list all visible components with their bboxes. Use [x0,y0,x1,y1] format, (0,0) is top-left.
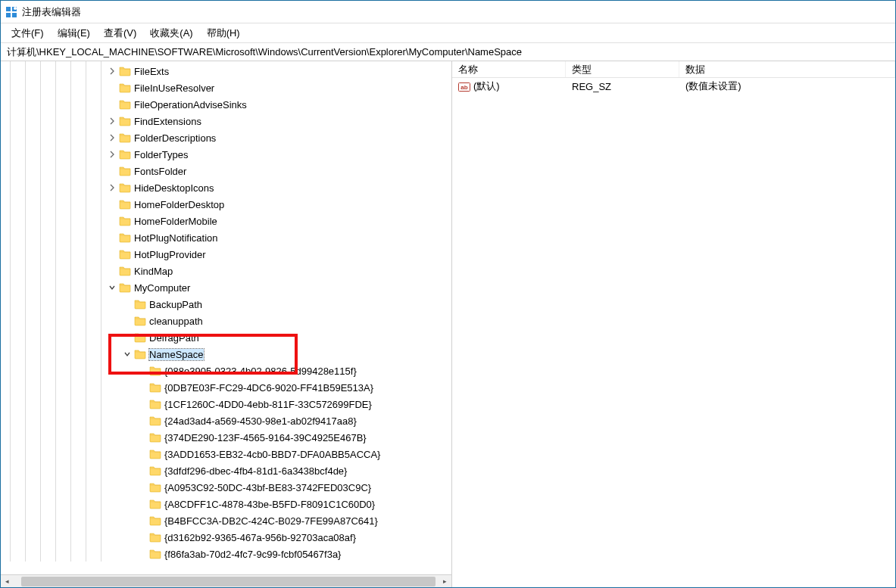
folder-icon [134,348,146,360]
tree-item-label: MyComputer [134,282,190,294]
menu-edit[interactable]: 编辑(E) [52,25,96,42]
tree-item[interactable]: DefragPath [1,329,451,346]
tree-item[interactable]: HotPlugProvider [1,246,451,263]
tree-item-label: HotPlugNotification [134,232,218,244]
tree-item[interactable]: {A8CDFF1C-4878-43be-B5FD-F8091C1C60D0} [1,496,451,512]
chevron-down-icon[interactable] [107,282,117,293]
titlebar: 注册表编辑器 [1,1,895,23]
tree-item[interactable]: {374DE290-123F-4565-9164-39C4925E467B} [1,429,451,446]
tree-item-label: {0DB7E03F-FC29-4DC6-9020-FF41B59E513A} [164,382,373,394]
value-data: (数值未设置) [679,79,895,93]
registry-tree[interactable]: FileExtsFileInUseResolverFileOperationAd… [1,61,451,564]
tree-scroll[interactable]: FileExtsFileInUseResolverFileOperationAd… [1,61,451,574]
tree-item[interactable]: FileOperationAdviseSinks [1,96,451,113]
folder-icon [119,98,131,110]
folder-icon [149,481,161,493]
tree-item[interactable]: HotPlugNotification [1,229,451,246]
tree-item-label: {A8CDFF1C-4878-43be-B5FD-F8091C1C60D0} [164,499,375,510]
tree-item[interactable]: FolderTypes [1,146,451,163]
folder-icon [119,215,131,227]
folder-icon [119,115,131,127]
tree-item[interactable]: BackupPath [1,296,451,313]
col-header-name[interactable]: 名称 [452,61,566,77]
h-scrollbar[interactable]: ◂ ▸ [1,574,451,587]
tree-item[interactable]: {f86fa3ab-70d2-4fc7-9c99-fcbf05467f3a} [1,546,451,562]
svg-rect-0 [6,7,11,11]
tree-item[interactable]: {1CF1260C-4DD0-4ebb-811F-33C572699FDE} [1,396,451,412]
tree-item[interactable]: {A0953C92-50DC-43bf-BE83-3742FED03C9C} [1,479,451,496]
folder-icon [149,531,161,543]
tree-item[interactable]: {d3162b92-9365-467a-956b-92703aca08af} [1,529,451,546]
tree-item-label: FileOperationAdviseSinks [134,99,247,110]
tree-item[interactable]: {B4BFCC3A-DB2C-424C-B029-7FE99A87C641} [1,512,451,529]
menu-view[interactable]: 查看(V) [98,25,142,42]
tree-item-label: FindExtensions [134,116,201,127]
app-icon [5,6,17,18]
col-header-type[interactable]: 类型 [566,61,679,77]
folder-icon [119,65,131,77]
tree-item[interactable]: FindExtensions [1,113,451,129]
tree-item[interactable]: HomeFolderDesktop [1,196,451,213]
folder-icon [149,515,161,527]
tree-pane: FileExtsFileInUseResolverFileOperationAd… [1,61,452,587]
tree-item[interactable]: FolderDescriptions [1,129,451,146]
chevron-right-icon[interactable] [107,182,117,193]
window-title: 注册表编辑器 [22,5,81,19]
scroll-track[interactable] [14,575,439,588]
list-header: 名称 类型 数据 [452,61,895,78]
chevron-down-icon[interactable] [122,349,133,359]
tree-item[interactable]: HomeFolderMobile [1,213,451,229]
tree-item[interactable]: cleanuppath [1,313,451,329]
folder-icon [119,282,131,294]
chevron-right-icon[interactable] [107,116,117,126]
scroll-left-button[interactable]: ◂ [1,575,14,588]
tree-item-label: FileInUseResolver [134,82,214,94]
chevron-right-icon[interactable] [107,132,117,143]
tree-item-label: {3dfdf296-dbec-4fb4-81d1-6a3438bcf4de} [164,465,347,477]
chevron-right-icon[interactable] [107,149,117,160]
tree-item[interactable]: {3dfdf296-dbec-4fb4-81d1-6a3438bcf4de} [1,462,451,479]
value-type: REG_SZ [566,81,679,92]
tree-item[interactable]: {0DB7E03F-FC29-4DC6-9020-FF41B59E513A} [1,379,451,396]
folder-icon [119,182,131,194]
values-pane: 名称 类型 数据 ab(默认)REG_SZ(数值未设置) [452,61,895,587]
folder-icon [149,465,161,477]
menu-help[interactable]: 帮助(H) [201,25,246,42]
scroll-right-button[interactable]: ▸ [439,575,451,588]
tree-item[interactable]: HideDesktopIcons [1,179,451,196]
menubar: 文件(F) 编辑(E) 查看(V) 收藏夹(A) 帮助(H) [1,23,895,43]
main-split: FileExtsFileInUseResolverFileOperationAd… [1,61,895,587]
tree-item-label: HomeFolderMobile [134,216,217,227]
tree-item-label: HideDesktopIcons [134,182,214,194]
menu-favorites[interactable]: 收藏夹(A) [144,25,198,42]
tree-item-label: {1CF1260C-4DD0-4ebb-811F-33C572699FDE} [164,399,372,410]
tree-item[interactable]: FileInUseResolver [1,79,451,96]
tree-item-label: HotPlugProvider [134,249,206,260]
menu-file[interactable]: 文件(F) [5,25,50,42]
tree-item-label: DefragPath [149,332,199,344]
tree-item-label: {B4BFCC3A-DB2C-424C-B029-7FE99A87C641} [164,515,378,527]
tree-item-label: HomeFolderDesktop [134,199,224,210]
tree-item[interactable]: {3ADD1653-EB32-4cb0-BBD7-DFA0ABB5ACCA} [1,446,451,462]
list-row[interactable]: ab(默认)REG_SZ(数值未设置) [452,78,895,95]
tree-item[interactable]: MyComputer [1,279,451,296]
tree-item[interactable]: {24ad3ad4-a569-4530-98e1-ab02f9417aa8} [1,412,451,429]
value-name: (默认) [473,80,500,92]
tree-item-label: {3ADD1653-EB32-4cb0-BBD7-DFA0ABB5ACCA} [164,449,380,460]
tree-item[interactable]: KindMap [1,263,451,279]
tree-item-label: BackupPath [149,299,202,310]
tree-item[interactable]: FontsFolder [1,163,451,179]
folder-icon [149,431,161,443]
tree-item[interactable]: FileExts [1,63,451,79]
folder-icon [119,198,131,210]
scroll-thumb[interactable] [21,577,436,586]
svg-rect-2 [6,13,11,17]
col-header-data[interactable]: 数据 [679,61,895,77]
address-bar[interactable]: 计算机\HKEY_LOCAL_MACHINE\SOFTWARE\Microsof… [1,43,895,61]
tree-item[interactable]: {088e3905-0323-4b02-9826-5d99428e115f} [1,362,451,379]
chevron-right-icon[interactable] [107,66,117,76]
tree-item[interactable]: NameSpace [1,346,451,362]
folder-icon [134,315,146,327]
tree-item-label: {d3162b92-9365-467a-956b-92703aca08af} [164,532,356,543]
folder-icon [149,548,161,560]
